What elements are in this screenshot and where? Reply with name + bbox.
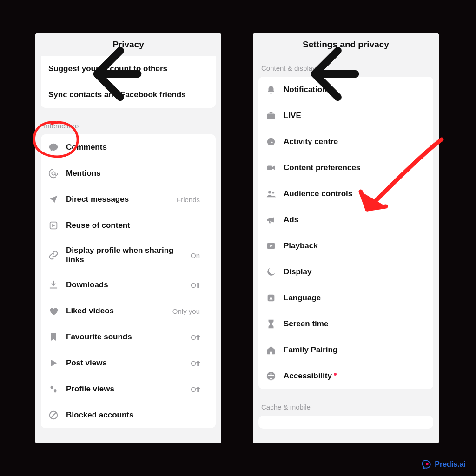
chevron-right-icon xyxy=(422,191,427,197)
access-icon xyxy=(266,371,276,381)
chevron-right-icon xyxy=(205,334,209,340)
row-label: Display profile when sharing links xyxy=(66,246,191,264)
row-value: Off xyxy=(191,385,200,393)
row-label: Ads xyxy=(284,215,422,225)
playback-icon xyxy=(266,241,276,251)
row-display[interactable]: Display xyxy=(258,259,433,285)
chevron-right-icon xyxy=(422,86,427,93)
row-label: Favourite sounds xyxy=(66,332,191,342)
notification-dot xyxy=(334,373,337,376)
row-profile-views[interactable]: Profile viewsOff xyxy=(41,376,216,402)
hourglass-icon xyxy=(266,319,276,329)
row-label: Post views xyxy=(66,358,191,368)
chevron-right-icon xyxy=(422,347,427,353)
chevron-right-icon xyxy=(422,165,427,171)
row-label: Playback xyxy=(284,241,422,251)
chevron-right-icon xyxy=(422,321,427,327)
home-icon xyxy=(266,345,276,355)
row-label: Screen time xyxy=(284,319,422,329)
svg-point-14 xyxy=(426,463,429,465)
row-value: Only you xyxy=(172,307,200,315)
row-label: Downloads xyxy=(66,280,191,290)
video-icon xyxy=(266,163,276,173)
reuse-icon xyxy=(48,220,59,231)
chevron-right-icon xyxy=(205,170,209,177)
row-favourite-sounds[interactable]: Favourite soundsOff xyxy=(41,324,216,350)
row-value: Off xyxy=(191,333,200,341)
link-icon xyxy=(48,250,59,260)
tv-icon xyxy=(266,111,276,121)
row-liked-videos[interactable]: Liked videosOnly you xyxy=(41,298,216,324)
watermark-icon xyxy=(422,459,432,469)
row-post-views[interactable]: Post viewsOff xyxy=(41,350,216,376)
row-label: Content preferences xyxy=(284,163,422,172)
download-icon xyxy=(48,280,59,290)
row-direct-messages[interactable]: Direct messagesFriends xyxy=(41,186,216,212)
chevron-right-icon xyxy=(205,252,209,258)
chevron-right-icon xyxy=(205,222,209,229)
lang-icon xyxy=(266,293,276,303)
row-label: Profile views xyxy=(66,384,191,394)
chevron-right-icon xyxy=(422,112,427,119)
chevron-right-icon xyxy=(205,144,209,151)
row-label: Reuse of content xyxy=(66,221,205,230)
at-icon xyxy=(48,168,59,178)
privacy-screen: Privacy Suggest your account to others S… xyxy=(35,33,221,443)
row-family-pairing[interactable]: Family Pairing xyxy=(258,337,433,363)
chevron-right-icon xyxy=(205,282,209,288)
row-screen-time[interactable]: Screen time xyxy=(258,311,433,337)
row-reuse-of-content[interactable]: Reuse of content xyxy=(41,212,216,238)
row-value: Friends xyxy=(177,196,200,204)
row-value: Off xyxy=(191,281,200,289)
row-label: Liked videos xyxy=(66,306,172,316)
row-content-preferences[interactable]: Content preferences xyxy=(258,155,433,181)
back-icon[interactable] xyxy=(42,39,53,50)
row-label: Comments xyxy=(66,143,205,152)
interactions-card: CommentsMentionsDirect messagesFriendsRe… xyxy=(41,134,216,428)
section-header-cache: Cache & mobile xyxy=(253,395,439,416)
watermark-text: Predis.ai xyxy=(435,460,466,469)
megaphone-icon xyxy=(266,215,276,225)
row-blocked-accounts[interactable]: Blocked accounts xyxy=(41,402,216,428)
chevron-right-icon xyxy=(205,386,209,392)
chevron-right-icon xyxy=(205,360,209,366)
row-playback[interactable]: Playback xyxy=(258,233,433,259)
chevron-right-icon xyxy=(205,196,209,203)
row-label: Blocked accounts xyxy=(66,410,205,420)
row-label: Direct messages xyxy=(66,195,177,204)
chevron-right-icon xyxy=(205,308,209,314)
row-label: LIVE xyxy=(284,111,422,120)
back-icon[interactable] xyxy=(259,39,271,50)
row-label: Family Pairing xyxy=(284,345,422,355)
cache-card-peek xyxy=(258,416,433,429)
send-icon xyxy=(48,194,59,205)
chevron-right-icon xyxy=(422,139,427,145)
watermark: Predis.ai xyxy=(422,459,466,469)
row-label: Display xyxy=(284,267,422,277)
moon-icon xyxy=(266,267,276,277)
row-display-profile-when-sharing-links[interactable]: Display profile when sharing linksOn xyxy=(41,238,216,272)
chevron-right-icon xyxy=(205,66,209,72)
chevron-right-icon xyxy=(422,295,427,301)
people-icon xyxy=(266,189,276,199)
row-label: Activity centre xyxy=(284,137,422,146)
row-comments[interactable]: Comments xyxy=(41,134,216,160)
row-downloads[interactable]: DownloadsOff xyxy=(41,272,216,298)
chevron-right-icon xyxy=(422,373,427,379)
settings-screen: Settings and privacy Content & display N… xyxy=(253,33,439,443)
section-header-interactions: Interactions xyxy=(35,113,221,134)
clock-icon xyxy=(266,137,276,147)
titlebar-settings: Settings and privacy xyxy=(253,33,439,56)
block-icon xyxy=(48,410,59,420)
chevron-right-icon xyxy=(422,243,427,249)
row-ads[interactable]: Ads xyxy=(258,207,433,233)
row-language[interactable]: Language xyxy=(258,285,433,311)
row-label: Accessibility xyxy=(284,371,422,381)
row-mentions[interactable]: Mentions xyxy=(41,160,216,186)
row-accessibility[interactable]: Accessibility xyxy=(258,363,433,389)
row-audience-controls[interactable]: Audience controls xyxy=(258,181,433,207)
row-label: Audience controls xyxy=(284,189,422,198)
play-icon xyxy=(48,358,59,368)
row-activity-centre[interactable]: Activity centre xyxy=(258,129,433,155)
titlebar-privacy: Privacy xyxy=(35,33,221,56)
